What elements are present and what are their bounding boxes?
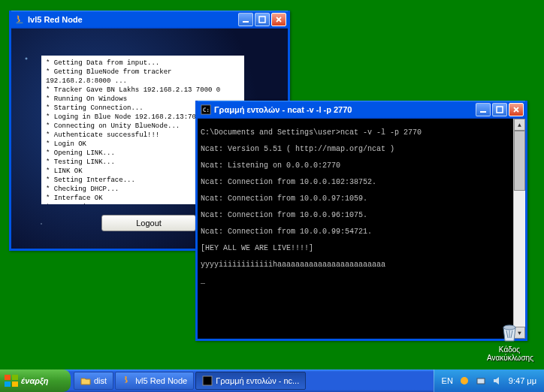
- taskbar-item-label: dist: [94, 376, 107, 385]
- svg-rect-8: [12, 375, 18, 380]
- svg-rect-5: [497, 107, 503, 113]
- taskbar: έναρξη dist lvl5 Red Node Γραμμή εντολών…: [0, 369, 544, 392]
- maximize-button[interactable]: [255, 13, 270, 26]
- cmd-terminal[interactable]: C:\Documents and Settings\user>ncat -v -…: [198, 119, 525, 339]
- minimize-button[interactable]: [238, 13, 253, 26]
- logout-button[interactable]: Logout: [101, 215, 196, 231]
- folder-icon: [80, 375, 91, 386]
- java-icon: [122, 375, 132, 386]
- minimize-button[interactable]: [476, 103, 491, 116]
- taskbar-item-rednode[interactable]: lvl5 Red Node: [115, 372, 194, 390]
- svg-rect-4: [480, 111, 486, 113]
- svg-rect-7: [5, 375, 11, 380]
- java-icon: [14, 14, 25, 25]
- cmd-line: Ncat: Connection from 10.0.0.102:38752.: [201, 178, 376, 186]
- tray-icon[interactable]: [459, 375, 470, 386]
- task-buttons: dist lvl5 Red Node Γραμμή εντολών - nc..…: [71, 369, 309, 392]
- taskbar-item-dist[interactable]: dist: [74, 372, 113, 390]
- vertical-scrollbar[interactable]: ▲ ▼: [513, 119, 525, 339]
- cmd-titlebar[interactable]: C: Γραμμή εντολών - ncat -v -l -p 2770: [198, 101, 525, 119]
- start-button[interactable]: έναρξη: [0, 369, 71, 392]
- svg-rect-10: [12, 381, 18, 387]
- svg-rect-9: [5, 381, 11, 387]
- scroll-thumb[interactable]: [514, 131, 525, 191]
- svg-rect-1: [259, 17, 265, 23]
- tray-icon[interactable]: [476, 375, 486, 386]
- trash-icon: [497, 320, 521, 344]
- system-tray[interactable]: EN 9:47 μμ: [434, 369, 544, 392]
- log-line: Tracker Gave BN Lakhs 192.168.2.13 7000 …: [46, 86, 240, 95]
- start-label: έναρξη: [21, 376, 49, 385]
- cmd-line: C:\Documents and Settings\user>ncat -v -…: [201, 128, 422, 137]
- close-button[interactable]: [509, 103, 524, 116]
- maximize-button[interactable]: [492, 103, 507, 116]
- svg-rect-0: [243, 21, 249, 23]
- cmd-line: _: [201, 277, 205, 285]
- cmd-line: yyyyiiiiiiiiiiiihaaaaaaaaaaaaaaaaaaaaaaa…: [201, 261, 385, 269]
- cmd-window[interactable]: C: Γραμμή εντολών - ncat -v -l -p 2770 C…: [195, 101, 527, 341]
- cmd-line: [HEY ALL WE ARE LIVE!!!!]: [201, 244, 313, 252]
- log-line: Getting BlueNode from tracker 192.168.2.…: [46, 68, 240, 86]
- taskbar-item-cmd[interactable]: Γραμμή εντολών - nc...: [195, 372, 306, 390]
- language-indicator[interactable]: EN: [442, 376, 453, 385]
- svg-rect-11: [203, 376, 212, 385]
- rednode-titlebar[interactable]: lvl5 Red Node: [11, 11, 288, 29]
- scroll-up-button[interactable]: ▲: [514, 119, 525, 131]
- window-title: lvl5 Red Node: [28, 15, 238, 24]
- close-button[interactable]: [271, 13, 286, 26]
- icon-label: Κάδος Ανακύκλωσης: [487, 345, 532, 362]
- cmd-line: Ncat: Version 5.51 ( http://nmap.org/nca…: [201, 145, 394, 153]
- cmd-icon: C:: [201, 104, 211, 115]
- cmd-icon: [202, 375, 213, 386]
- svg-point-6: [503, 325, 515, 330]
- taskbar-item-label: Γραμμή εντολών - nc...: [216, 376, 299, 385]
- clock[interactable]: 9:47 μμ: [509, 376, 536, 385]
- cmd-line: Ncat: Connection from 10.0.0.99:54721.: [201, 228, 372, 236]
- recycle-bin-icon[interactable]: Κάδος Ανακύκλωσης: [487, 320, 532, 362]
- taskbar-item-label: lvl5 Red Node: [135, 376, 187, 385]
- window-title: Γραμμή εντολών - ncat -v -l -p 2770: [214, 105, 476, 114]
- svg-point-12: [461, 377, 468, 384]
- log-line: Getting Data from input...: [46, 59, 240, 68]
- cmd-line: Ncat: Connection from 10.0.0.96:1075.: [201, 211, 367, 219]
- svg-text:C:: C:: [203, 107, 210, 113]
- scroll-track[interactable]: [514, 191, 525, 327]
- volume-icon[interactable]: [492, 375, 503, 386]
- cmd-line: Ncat: Connection from 10.0.0.97:1059.: [201, 194, 367, 203]
- windows-logo-icon: [5, 375, 18, 387]
- cmd-line: Ncat: Listening on 0.0.0.0:2770: [201, 161, 340, 170]
- svg-rect-13: [477, 378, 485, 384]
